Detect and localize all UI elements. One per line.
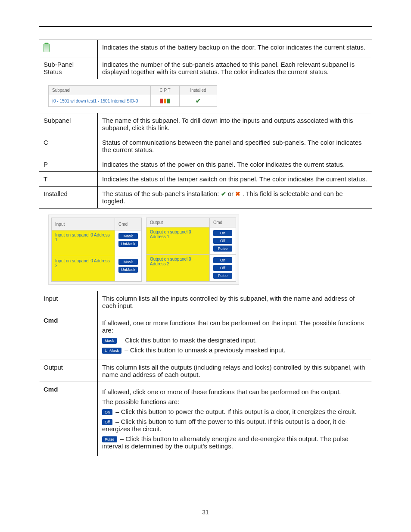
t2-installed-desc: The status of the sub-panel's installati…: [98, 187, 372, 208]
x-icon: ✖: [235, 190, 240, 197]
check-icon: ✔: [196, 97, 201, 104]
subpanel-status-label: Sub-Panel Status: [39, 57, 98, 79]
subpanel-status-desc: Indicates the number of the sub-panels a…: [98, 57, 372, 79]
input-row-2: Input on subpanel 0 Address 2: [52, 256, 115, 281]
battery-row-label: [39, 40, 98, 57]
t2-subpanel-desc: The name of this subpanel. To drill down…: [98, 113, 372, 135]
t3-cmd-output-p5-text: – Click this button to alternately energ…: [102, 435, 349, 450]
definition-table-3: Input This column lists all the inputs c…: [39, 291, 372, 456]
t3-cmd-input-p3: UnMask – Click this button to unmask a p…: [102, 346, 367, 354]
page: Indicates the status of the battery back…: [0, 0, 411, 532]
status-p-icon: [164, 99, 166, 103]
on-button[interactable]: On: [213, 257, 232, 263]
t3-cmd-output-p1: If allowed, click one or more of these f…: [102, 388, 367, 395]
unmask-button[interactable]: UnMask: [118, 267, 138, 273]
io-illustration: Input Cmd Input on subpanel 0 Address 1 …: [48, 215, 372, 285]
definition-table-2: Subpanel The name of this subpanel. To d…: [39, 113, 372, 208]
output-table: Output Cmd Output on subpanel 0 Address …: [146, 218, 236, 282]
input-cmd-1: Mask UnMask: [115, 230, 142, 256]
t3-cmd-output-p4: Off – Click this button to turn off the …: [102, 418, 367, 432]
cpt-cell: [151, 95, 180, 107]
col-input: Input: [52, 218, 115, 230]
output-cmd-1: On Off Pulse: [210, 227, 236, 255]
t3-output-desc: This column lists all the outputs (inclu…: [98, 360, 372, 382]
t2-p-desc: Indicates the status of the power on thi…: [98, 157, 372, 172]
subpanel-row-name: 0 - 1501 wi down test1 - 1501 Internal S…: [49, 95, 151, 107]
check-icon: ✔: [221, 190, 226, 197]
t3-cmd-output-p2: The possible functions are:: [102, 398, 367, 405]
unmask-button[interactable]: UnMask: [102, 348, 121, 354]
mask-button[interactable]: Mask: [102, 338, 117, 344]
top-rule: [39, 26, 372, 27]
t3-cmd-input-p2-text: – Click this button to mask the designat…: [118, 336, 257, 344]
off-button[interactable]: Off: [213, 238, 232, 244]
off-button[interactable]: Off: [213, 265, 232, 271]
t3-cmd-output-p5: Pulse – Click this button to alternately…: [102, 435, 367, 450]
status-t-icon: [167, 99, 170, 103]
col-cpt: C P T: [151, 86, 180, 95]
t3-cmd-input-p2: Mask – Click this button to mask the des…: [102, 336, 367, 344]
t2-subpanel-label: Subpanel: [39, 113, 98, 135]
t2-installed-label: Installed: [39, 187, 98, 208]
t3-cmd-input-p3-text: – Click this button to unmask a previous…: [123, 346, 286, 354]
battery-icon: [44, 44, 50, 52]
col-output: Output: [146, 218, 210, 227]
status-c-icon: [160, 99, 163, 103]
t3-cmd-output-p3: On – Click this button to power the outp…: [102, 408, 367, 415]
mask-button[interactable]: Mask: [118, 233, 138, 239]
on-button[interactable]: On: [213, 230, 232, 236]
definition-table-1: Indicates the status of the battery back…: [39, 40, 372, 79]
input-table: Input Cmd Input on subpanel 0 Address 1 …: [51, 218, 142, 282]
t3-cmd-output-desc: If allowed, click one or more of these f…: [98, 382, 372, 456]
output-link-2[interactable]: Output on subpanel 0 Address 2: [150, 257, 191, 266]
t3-cmd-output-p4-text: – Click this button to turn off the powe…: [102, 418, 347, 432]
subpanel-illustration: Subpanel C P T Installed 0 - 1501 wi dow…: [48, 85, 372, 107]
t2-c-label: C: [39, 135, 98, 157]
io-wrap: Input Cmd Input on subpanel 0 Address 1 …: [48, 215, 239, 285]
off-button[interactable]: Off: [102, 419, 112, 425]
col-cmd: Cmd: [210, 218, 236, 227]
t3-input-desc: This column lists all the inputs control…: [98, 291, 372, 313]
col-cmd: Cmd: [115, 218, 142, 230]
t3-input-label: Input: [39, 291, 98, 313]
installed-cell: ✔: [180, 95, 217, 107]
input-link-2[interactable]: Input on subpanel 0 Address 2: [55, 258, 110, 268]
t3-cmd-input-label: Cmd: [39, 313, 98, 360]
subpanel-link[interactable]: 0 - 1501 wi down test1 - 1501 Internal S…: [52, 98, 139, 104]
t2-p-label: P: [39, 157, 98, 172]
t2-t-label: T: [39, 172, 98, 187]
input-row-1: Input on subpanel 0 Address 1: [52, 230, 115, 256]
t2-installed-text-b: or: [228, 190, 236, 197]
input-cmd-2: Mask UnMask: [115, 256, 142, 281]
t2-c-desc: Status of communications between the pan…: [98, 135, 372, 157]
pulse-button[interactable]: Pulse: [102, 436, 117, 442]
t3-output-label: Output: [39, 360, 98, 382]
input-link-1[interactable]: Input on subpanel 0 Address 1: [55, 233, 110, 242]
pulse-button[interactable]: Pulse: [213, 273, 232, 279]
subpanel-preview-table: Subpanel C P T Installed 0 - 1501 wi dow…: [48, 85, 217, 107]
t3-cmd-input-desc: If allowed, one or more functions that c…: [98, 313, 372, 360]
battery-row-desc: Indicates the status of the battery back…: [98, 40, 372, 57]
output-row-2: Output on subpanel 0 Address 2: [146, 255, 210, 282]
mask-button[interactable]: Mask: [118, 259, 138, 265]
bottom-rule: [39, 506, 372, 506]
t3-cmd-output-p3-text: – Click this button to power the output.…: [114, 408, 357, 415]
on-button[interactable]: On: [102, 409, 112, 415]
pulse-button[interactable]: Pulse: [213, 246, 232, 252]
t3-cmd-input-p1: If allowed, one or more functions that c…: [102, 319, 367, 334]
t3-cmd-output-label: Cmd: [39, 382, 98, 456]
output-cmd-2: On Off Pulse: [210, 255, 236, 282]
unmask-button[interactable]: UnMask: [118, 241, 138, 247]
t2-t-desc: Indicates the status of the tamper switc…: [98, 172, 372, 187]
col-installed: Installed: [180, 86, 217, 95]
output-link-1[interactable]: Output on subpanel 0 Address 1: [150, 230, 191, 239]
col-subpanel: Subpanel: [49, 86, 151, 95]
output-row-1: Output on subpanel 0 Address 1: [146, 227, 210, 255]
t2-installed-text-a: The status of the sub-panel's installati…: [102, 190, 221, 197]
page-number: 31: [0, 509, 411, 516]
